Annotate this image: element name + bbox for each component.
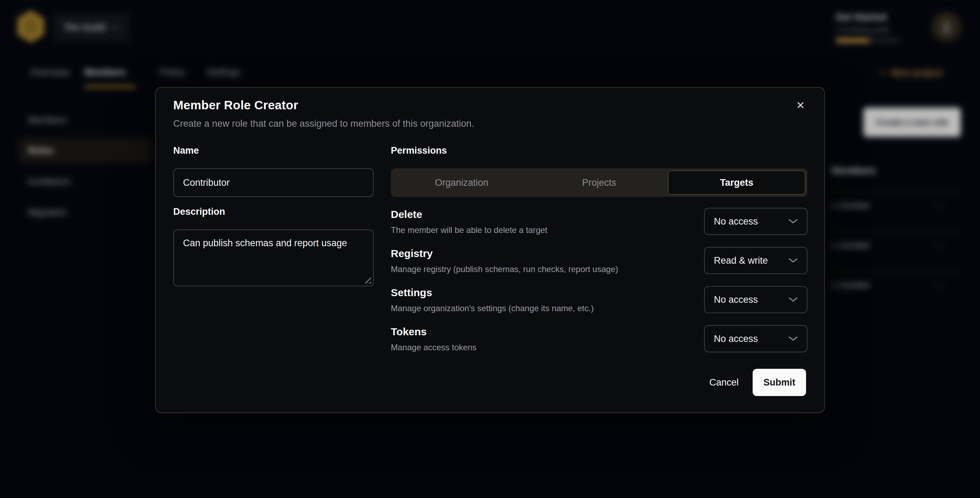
dialog-actions: Cancel Submit xyxy=(710,369,806,396)
submit-button[interactable]: Submit xyxy=(752,369,806,396)
app-root: The Guild Get Started 4 remaining tasks … xyxy=(0,0,980,498)
dialog-subtitle: Create a new role that can be assigned t… xyxy=(173,118,474,129)
cancel-button[interactable]: Cancel xyxy=(710,377,739,388)
select-value: No access xyxy=(714,334,758,344)
role-name-input[interactable] xyxy=(173,168,374,197)
tab-targets[interactable]: Targets xyxy=(668,170,805,195)
select-value: No access xyxy=(714,216,758,227)
settings-access-select[interactable]: No access xyxy=(704,286,807,313)
permission-row-settings: Settings Manage organization's settings … xyxy=(173,286,807,314)
member-role-creator-dialog: ✕ Member Role Creator Create a new role … xyxy=(155,87,825,413)
select-value: No access xyxy=(714,294,758,305)
permission-title: Settings xyxy=(391,287,432,299)
tab-organization[interactable]: Organization xyxy=(393,170,530,195)
registry-access-select[interactable]: Read & write xyxy=(704,247,807,274)
chevron-down-icon xyxy=(789,297,798,302)
chevron-down-icon xyxy=(789,336,798,341)
chevron-down-icon xyxy=(789,258,798,263)
chevron-down-icon xyxy=(789,219,798,224)
tokens-access-select[interactable]: No access xyxy=(704,325,807,352)
name-label: Name xyxy=(173,145,199,156)
delete-access-select[interactable]: No access xyxy=(704,208,807,235)
permissions-tabs: Organization Projects Targets xyxy=(391,168,807,197)
permission-description: Manage organization's settings (change i… xyxy=(391,304,594,313)
permission-description: Manage registry (publish schemas, run ch… xyxy=(391,264,618,274)
select-value: Read & write xyxy=(714,255,768,266)
permission-description: Manage access tokens xyxy=(391,343,476,352)
dialog-title: Member Role Creator xyxy=(173,98,298,112)
close-icon[interactable]: ✕ xyxy=(793,97,808,113)
permission-title: Tokens xyxy=(391,326,427,338)
permission-row-registry: Registry Manage registry (publish schema… xyxy=(173,247,807,275)
permission-description: The member will be able to delete a targ… xyxy=(391,225,547,235)
permissions-label: Permissions xyxy=(391,145,447,156)
permission-row-tokens: Tokens Manage access tokens No access xyxy=(173,325,807,353)
tab-projects[interactable]: Projects xyxy=(530,170,668,195)
permission-row-delete: Delete The member will be able to delete… xyxy=(173,208,807,236)
permission-title: Delete xyxy=(391,208,422,220)
permission-title: Registry xyxy=(391,248,433,259)
